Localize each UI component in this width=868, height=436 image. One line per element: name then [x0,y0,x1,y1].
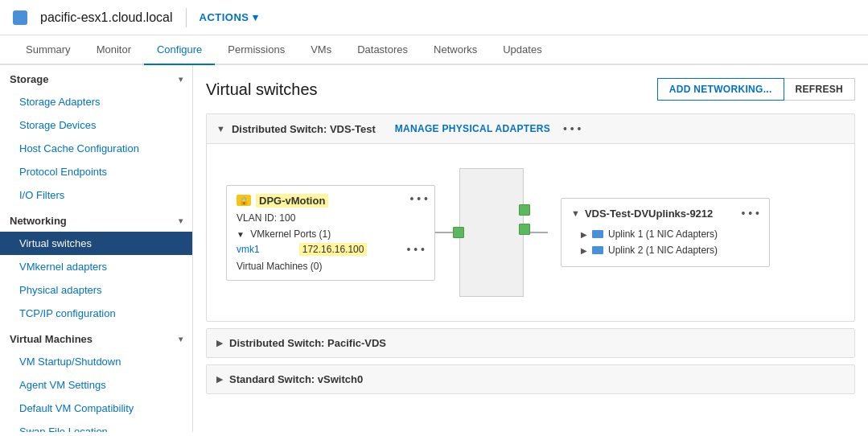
vds-test-section: ▼ Distributed Switch: VDS-Test MANAGE PH… [206,113,855,322]
storage-section-header[interactable]: Storage ▾ [0,65,192,90]
sidebar-item-vm-startup[interactable]: VM Startup/Shutdown [0,350,192,373]
vds-test-toggle[interactable]: ▼ [216,124,225,134]
vmkernel-section: ▼ VMkernel Ports (1) vmk1 172.16.16.100 … [237,228,425,256]
nav-tabs: Summary Monitor Configure Permissions VM… [0,35,868,65]
pacific-vds-title: Distributed Switch: Pacific-VDS [229,337,386,349]
sidebar-item-tcpip-config[interactable]: TCP/IP configuration [0,302,192,325]
pacific-vds-toggle[interactable]: ▶ [216,338,223,348]
vm-chevron-icon: ▾ [179,335,183,343]
sidebar-item-vm-compat[interactable]: Default VM Compatibility [0,397,192,420]
uplink-title-row: ▼ VDS-Test-DVUplinks-9212 [571,208,713,220]
uplink-more-icon[interactable]: • • • [742,207,759,220]
sidebar-item-vmkernel-adapters[interactable]: VMkernel adapters [0,255,192,278]
sidebar-item-storage-adapters[interactable]: Storage Adapters [0,90,192,113]
port-group-icon: 🔒 [237,195,251,206]
divider [186,8,187,27]
sidebar-item-host-cache[interactable]: Host Cache Configuration [0,137,192,160]
vmk1-name[interactable]: vmk1 [237,244,260,255]
sidebar: Storage ▾ Storage Adapters Storage Devic… [0,65,193,432]
tab-networks[interactable]: Networks [421,35,490,65]
uplink1-icon [592,230,603,238]
virtual-machines-label: Virtual Machines (0) [237,261,425,272]
tab-datastores[interactable]: Datastores [344,35,421,65]
port-group-name-row: 🔒 DPG-vMotion [237,194,425,208]
uplink2-icon [592,246,603,254]
switch-port-right-1 [519,204,530,216]
uplink-toggle-1[interactable]: ▶ [581,230,587,239]
switch-right-ports [519,204,530,235]
uplink-header: ▼ VDS-Test-DVUplinks-9212 • • • [571,207,759,220]
tab-configure[interactable]: Configure [144,35,215,65]
pacific-vds-header[interactable]: ▶ Distributed Switch: Pacific-VDS [207,329,854,357]
tab-vms[interactable]: VMs [298,35,344,65]
actions-button[interactable]: ACTIONS ▾ [200,11,259,23]
main-content: Virtual switches ADD NETWORKING... REFRE… [193,65,868,432]
uplink2-row: ▶ Uplink 2 (1 NIC Adapters) [571,242,759,258]
switch-body [459,168,524,297]
sidebar-item-physical-adapters[interactable]: Physical adapters [0,278,192,302]
storage-chevron-icon: ▾ [179,75,183,84]
top-bar: pacific-esx1.cloud.local ACTIONS ▾ [0,0,868,35]
header-buttons: ADD NETWORKING... REFRESH [657,78,855,101]
uplink-toggle-2[interactable]: ▶ [581,246,587,255]
sidebar-item-swap-file[interactable]: Swap File Location [0,420,192,432]
uplink-toggle[interactable]: ▼ [571,208,580,218]
refresh-button[interactable]: REFRESH [784,78,855,101]
switch-port-left-1 [453,227,464,238]
main-header: Virtual switches ADD NETWORKING... REFRE… [206,78,855,101]
uplink2-label: Uplink 2 (1 NIC Adapters) [608,245,718,256]
vmk1-ip: 172.16.16.100 [299,243,368,256]
port-group-more-icon[interactable]: • • • [410,192,428,205]
vds-test-header: ▼ Distributed Switch: VDS-Test MANAGE PH… [207,114,854,144]
host-title: pacific-esx1.cloud.local [40,10,173,25]
tab-summary[interactable]: Summary [13,35,84,65]
manage-physical-adapters-button[interactable]: MANAGE PHYSICAL ADAPTERS [395,123,550,134]
vmkernel-toggle[interactable]: ▼ [237,230,245,239]
vswitch0-title: Standard Switch: vSwitch0 [229,373,363,385]
tab-monitor[interactable]: Monitor [84,35,144,65]
vds-test-more-icon[interactable]: • • • [563,122,581,135]
sidebar-item-io-filters[interactable]: I/O Filters [0,183,192,207]
networking-section-header[interactable]: Networking ▾ [0,207,192,232]
add-networking-button[interactable]: ADD NETWORKING... [657,78,784,101]
vmkernel-ports-header: ▼ VMkernel Ports (1) [237,228,425,240]
host-icon [13,10,27,25]
port-group-card: • • • 🔒 DPG-vMotion VLAN ID: 100 ▼ VMker… [226,185,435,281]
chevron-down-icon: ▾ [253,11,259,23]
sidebar-item-protocol-endpoints[interactable]: Protocol Endpoints [0,160,192,183]
switch-left-ports [453,227,464,238]
vds-test-title: Distributed Switch: VDS-Test [232,123,376,135]
uplink1-row: ▶ Uplink 1 (1 NIC Adapters) [571,226,759,242]
vswitch0-toggle[interactable]: ▶ [216,374,223,385]
page-title: Virtual switches [206,80,318,99]
vlan-id-label: VLAN ID: 100 [237,212,425,224]
uplink1-label: Uplink 1 (1 NIC Adapters) [608,228,718,240]
main-layout: Storage ▾ Storage Adapters Storage Devic… [0,65,868,432]
vmk1-more-icon[interactable]: • • • [407,243,425,256]
tab-updates[interactable]: Updates [490,35,554,65]
vswitch0-header[interactable]: ▶ Standard Switch: vSwitch0 [207,365,854,393]
uplink-title-text: VDS-Test-DVUplinks-9212 [585,208,713,220]
switch-port-right-2 [519,224,530,235]
vswitch0-section: ▶ Standard Switch: vSwitch0 [206,364,855,394]
networking-chevron-icon: ▾ [179,216,183,225]
tab-permissions[interactable]: Permissions [215,35,298,65]
vds-test-diagram: • • • 🔒 DPG-vMotion VLAN ID: 100 ▼ VMker… [207,144,854,321]
sidebar-item-virtual-switches[interactable]: Virtual switches [0,232,192,255]
port-group-name-text: DPG-vMotion [256,194,328,208]
sidebar-item-storage-devices[interactable]: Storage Devices [0,113,192,137]
pacific-vds-section: ▶ Distributed Switch: Pacific-VDS [206,328,855,358]
vm-section-header[interactable]: Virtual Machines ▾ [0,325,192,350]
uplink-card: ▼ VDS-Test-DVUplinks-9212 • • • ▶ Uplink… [561,198,770,267]
sidebar-item-agent-vm[interactable]: Agent VM Settings [0,373,192,397]
vmk1-row: vmk1 172.16.16.100 • • • [237,243,425,256]
